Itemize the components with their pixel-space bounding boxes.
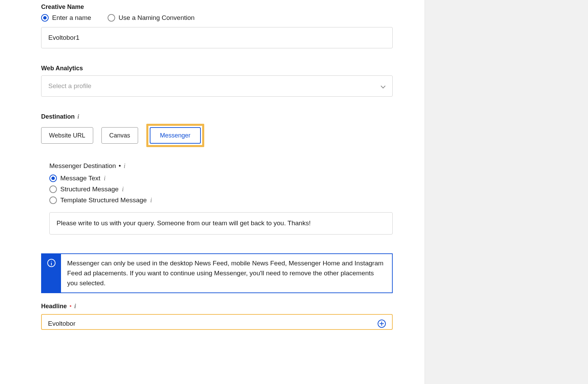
message-text-input[interactable] <box>49 212 393 235</box>
messenger-destination-section: Messenger Destination • i Message Text i… <box>41 162 418 236</box>
destination-label: Destination i <box>41 113 418 120</box>
headline-label-text: Headline <box>41 303 67 310</box>
messenger-destination-radios: Message Text i Structured Message i Temp… <box>49 175 418 204</box>
info-icon[interactable]: i <box>77 113 79 120</box>
destination-section: Destination i Website URL Canvas Messeng… <box>41 113 418 293</box>
radio-circle-icon <box>49 175 57 182</box>
radio-circle-icon <box>49 196 57 204</box>
form-column: Creative Name Enter a name Use a Naming … <box>0 0 418 384</box>
destination-buttons: Website URL Canvas Messenger <box>41 124 418 147</box>
messenger-info-banner: Messenger can only be used in the deskto… <box>41 253 393 293</box>
info-icon[interactable]: i <box>150 197 152 204</box>
info-icon[interactable]: i <box>122 186 124 193</box>
headline-label: Headline • i <box>41 303 418 310</box>
web-analytics-select[interactable]: Select a profile <box>41 75 393 97</box>
creative-name-label: Creative Name <box>41 3 418 11</box>
creative-name-section: Creative Name Enter a name Use a Naming … <box>41 3 418 48</box>
messenger-highlight: Messenger <box>146 124 204 147</box>
destination-website-url-button[interactable]: Website URL <box>41 127 93 144</box>
radio-structured-message-label: Structured Message <box>60 185 119 193</box>
required-dot-icon: • <box>70 303 72 309</box>
info-icon[interactable]: i <box>104 175 106 182</box>
info-icon[interactable]: i <box>74 303 76 310</box>
web-analytics-section: Web Analytics Select a profile <box>41 65 418 97</box>
radio-enter-name-label: Enter a name <box>52 14 91 22</box>
destination-messenger-button[interactable]: Messenger <box>150 127 201 144</box>
info-banner-text: Messenger can only be used in the deskto… <box>61 254 392 292</box>
radio-circle-icon <box>49 185 57 193</box>
radio-naming-convention-label: Use a Naming Convention <box>119 14 195 22</box>
messenger-destination-label: Messenger Destination • i <box>49 162 418 170</box>
required-dot-icon: • <box>119 162 121 170</box>
radio-circle-icon <box>41 14 49 22</box>
creative-name-radio-row: Enter a name Use a Naming Convention <box>41 14 418 22</box>
info-icon[interactable]: i <box>124 163 125 170</box>
headline-input[interactable] <box>48 320 378 327</box>
destination-canvas-button[interactable]: Canvas <box>101 127 138 144</box>
web-analytics-placeholder: Select a profile <box>48 82 91 90</box>
destination-label-text: Destination <box>41 113 75 120</box>
info-circle-icon <box>47 259 56 267</box>
web-analytics-label: Web Analytics <box>41 65 418 72</box>
messenger-destination-label-text: Messenger Destination <box>49 162 116 170</box>
plus-circle-icon[interactable] <box>378 320 386 328</box>
radio-enter-name[interactable]: Enter a name <box>41 14 91 22</box>
radio-message-text-label: Message Text <box>60 175 100 182</box>
headline-input-wrap <box>41 314 393 330</box>
web-analytics-select-wrap: Select a profile <box>41 75 393 97</box>
radio-template-structured-message[interactable]: Template Structured Message i <box>49 196 418 204</box>
chevron-down-icon <box>381 84 385 88</box>
radio-template-structured-message-label: Template Structured Message <box>60 196 147 204</box>
radio-circle-icon <box>108 14 115 22</box>
right-panel <box>425 0 588 384</box>
headline-section: Headline • i <box>41 303 418 330</box>
info-banner-icon-col <box>42 254 61 292</box>
radio-message-text[interactable]: Message Text i <box>49 175 418 182</box>
radio-naming-convention[interactable]: Use a Naming Convention <box>108 14 195 22</box>
radio-structured-message[interactable]: Structured Message i <box>49 185 418 193</box>
page-wrap: Creative Name Enter a name Use a Naming … <box>0 0 588 384</box>
right-rail-divider <box>418 0 425 384</box>
creative-name-input[interactable] <box>41 27 393 48</box>
